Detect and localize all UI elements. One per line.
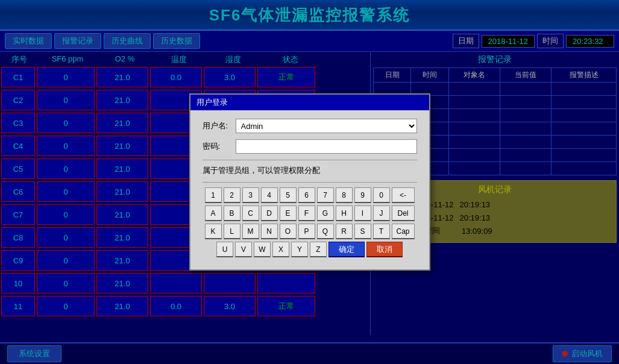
kb-M[interactable]: M bbox=[242, 224, 259, 239]
kb-N[interactable]: N bbox=[261, 224, 278, 239]
kb-O[interactable]: O bbox=[280, 224, 297, 239]
kb-6[interactable]: 6 bbox=[298, 187, 315, 203]
kb-U[interactable]: U bbox=[216, 242, 233, 257]
kb-4[interactable]: 4 bbox=[261, 187, 278, 203]
kb-Z[interactable]: Z bbox=[310, 242, 327, 257]
username-label: 用户名: bbox=[203, 121, 236, 131]
password-input[interactable] bbox=[236, 139, 417, 154]
divider bbox=[203, 160, 417, 160]
kb-V[interactable]: V bbox=[235, 242, 252, 257]
login-modal: 用户登录 用户名: Admin 密码: 属于管理员组，可以管理权限分配 1 2 … bbox=[189, 93, 430, 271]
kb-R[interactable]: R bbox=[336, 224, 353, 239]
kb-cap[interactable]: Cap bbox=[392, 224, 415, 239]
kb-row-2: A B C D E F G H I J Del bbox=[203, 206, 417, 221]
kb-3[interactable]: 3 bbox=[242, 187, 259, 203]
kb-row-4: U V W X Y Z 确定 取消 bbox=[203, 242, 417, 257]
kb-S[interactable]: S bbox=[354, 224, 371, 239]
kb-F[interactable]: F bbox=[298, 206, 315, 221]
kb-backspace[interactable]: <- bbox=[392, 187, 415, 203]
kb-C[interactable]: C bbox=[242, 206, 259, 221]
kb-P[interactable]: P bbox=[298, 224, 315, 239]
kb-D[interactable]: D bbox=[261, 206, 278, 221]
kb-J[interactable]: J bbox=[373, 206, 390, 221]
kb-X[interactable]: X bbox=[272, 242, 289, 257]
divider2 bbox=[203, 182, 417, 183]
kb-0[interactable]: 0 bbox=[373, 187, 390, 203]
virtual-keyboard: 1 2 3 4 5 6 7 8 9 0 <- A B C D E bbox=[203, 187, 417, 257]
kb-Q[interactable]: Q bbox=[317, 224, 334, 239]
kb-1[interactable]: 1 bbox=[205, 187, 222, 203]
info-text: 属于管理员组，可以管理权限分配 bbox=[203, 165, 417, 176]
kb-E[interactable]: E bbox=[280, 206, 297, 221]
username-row: 用户名: Admin bbox=[203, 119, 417, 133]
modal-overlay: 用户登录 用户名: Admin 密码: 属于管理员组，可以管理权限分配 1 2 … bbox=[0, 0, 619, 364]
kb-T[interactable]: T bbox=[373, 224, 390, 239]
kb-H[interactable]: H bbox=[336, 206, 353, 221]
kb-B[interactable]: B bbox=[224, 206, 240, 221]
kb-del[interactable]: Del bbox=[392, 206, 415, 221]
kb-5[interactable]: 5 bbox=[280, 187, 297, 203]
kb-cancel-button[interactable]: 取消 bbox=[366, 242, 403, 257]
kb-L[interactable]: L bbox=[224, 224, 240, 239]
modal-titlebar: 用户登录 bbox=[190, 95, 429, 110]
kb-I[interactable]: I bbox=[354, 206, 371, 221]
kb-row-3: K L M N O P Q R S T Cap bbox=[203, 224, 417, 239]
kb-W[interactable]: W bbox=[254, 242, 271, 257]
modal-title: 用户登录 bbox=[196, 97, 228, 108]
kb-7[interactable]: 7 bbox=[317, 187, 334, 203]
password-row: 密码: bbox=[203, 139, 417, 154]
username-select[interactable]: Admin bbox=[236, 119, 417, 133]
kb-9[interactable]: 9 bbox=[354, 187, 371, 203]
kb-Y[interactable]: Y bbox=[291, 242, 308, 257]
kb-8[interactable]: 8 bbox=[336, 187, 353, 203]
kb-K[interactable]: K bbox=[205, 224, 222, 239]
kb-G[interactable]: G bbox=[317, 206, 334, 221]
password-label: 密码: bbox=[203, 141, 236, 152]
kb-A[interactable]: A bbox=[205, 206, 222, 221]
kb-confirm-button[interactable]: 确定 bbox=[328, 242, 365, 257]
kb-2[interactable]: 2 bbox=[224, 187, 240, 203]
kb-row-1: 1 2 3 4 5 6 7 8 9 0 <- bbox=[203, 187, 417, 203]
modal-body: 用户名: Admin 密码: 属于管理员组，可以管理权限分配 1 2 3 4 5… bbox=[190, 110, 429, 269]
